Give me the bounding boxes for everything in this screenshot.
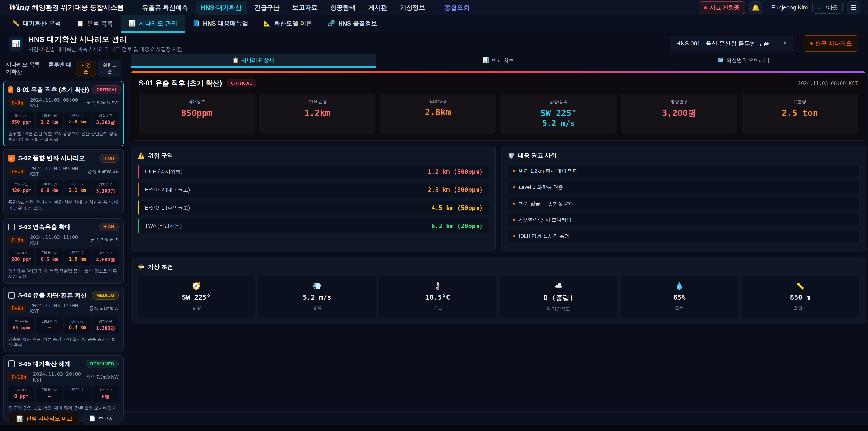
gradient-accent-bar — [131, 71, 866, 73]
sub-nav: ✏️ 대기확산 분석 📋 분석 목록 📊 시나리오 관리 📘 HNS 대응매뉴얼… — [0, 16, 868, 33]
nav-aerial[interactable]: 항공탐색 — [325, 1, 361, 15]
incident-select[interactable]: HNS-001 · 울산 온산항 톨루엔 누출 ▼ — [670, 36, 794, 51]
mini-stat: ERPG-20.4 km — [64, 317, 91, 334]
incident-status-badge: 사고 진행중 — [699, 1, 745, 14]
weather-humidity: 💧 65% 습도 — [621, 276, 738, 317]
compare-scenarios-button[interactable]: 📊 선택 시나리오 비교 — [9, 412, 79, 425]
mini-stat: 영향인구4,800명 — [92, 249, 119, 265]
recommendation-item: 해양확산 동시 모니터링 — [508, 213, 859, 226]
nav-rescue[interactable]: 긴급구난 — [249, 1, 285, 15]
shield-icon: 🛡️ — [508, 152, 515, 159]
subtab-list[interactable]: 📋 분석 목록 — [69, 16, 121, 33]
subtab-scenario[interactable]: 📊 시나리오 관리 — [121, 16, 185, 33]
nav-hns[interactable]: HNS·대기확산 — [195, 1, 247, 15]
recommendation-item: IDLH 경계 실시간 측정 — [508, 229, 859, 243]
mini-stat: IDLH반경0.8 km — [36, 180, 62, 196]
main-area: 📋 시나리오 상세 📊 비교 차트 🗺️ 확산범위 오버레이 S-01 유출 직… — [127, 54, 868, 411]
scenario-card-s01[interactable]: ✓ S-01 유출 직후 (초기 확산) CRITICAL T+0h 2024.… — [3, 81, 124, 147]
scenario-description: 유출원 차단 완료. 잔류 증기 자연 확산중. 풍속 증가로 희석 촉진. — [8, 337, 119, 348]
top-right: 사고 진행중 🔔 Eunjeong Kim 로그아웃 — [699, 1, 860, 14]
detail-stat-max-concentration: 최대농도 850ppm — [138, 94, 255, 133]
scenario-detail-panel: S-01 유출 직후 (초기 확산) CRITICAL 2024.11.03 0… — [131, 71, 866, 141]
book-icon: 📘 — [193, 20, 200, 27]
scenario-datetime: 2024.11.03 11:00 KST — [30, 235, 87, 246]
scenario-datetime: 2024.11.03 20:00 KST — [33, 371, 82, 382]
main-tabs: 📋 시나리오 상세 📊 비교 차트 🗺️ 확산범위 오버레이 — [131, 54, 866, 68]
chevron-down-icon: ▼ — [783, 41, 787, 46]
sort-by-time-button[interactable]: 시간순 — [76, 60, 96, 77]
checkbox-checked[interactable]: ✓ — [8, 155, 15, 162]
scenario-card-s05[interactable]: S-05 대기확산 해제 RESOLVED T+12h 2024.11.03 2… — [3, 355, 124, 421]
time-offset-badge: T+12h — [8, 373, 29, 381]
pencil-icon: ✏️ — [12, 20, 20, 27]
scenario-sidebar: 시나리오 목록 — 톨루엔 대기확산 시간순 위험도순 ✓ S-01 유출 직후… — [0, 54, 127, 411]
notification-button[interactable]: 🔔 — [749, 1, 762, 14]
scenario-wind: 풍속 3.5m/s S — [91, 237, 119, 243]
scenario-card-s04[interactable]: S-04 유출 차단·잔류 확산 MEDIUM T+6h 2024.11.03 … — [3, 286, 124, 352]
nav-spill[interactable]: 유출유 확산예측 — [137, 1, 194, 15]
bottom-strip — [0, 425, 868, 431]
compass-icon: 🧭 — [140, 282, 253, 290]
scenario-title: S-03 연속유출 확대 — [18, 223, 96, 231]
bullet-icon — [513, 219, 515, 221]
scenario-card-s03[interactable]: S-03 연속유출 확대 HIGH T+3h 2024.11.03 11:00 … — [3, 218, 124, 284]
scenario-wind: 풍속 5.2m/s SW — [86, 100, 119, 106]
clipboard-icon: 📋 — [76, 20, 84, 27]
subtab-theory[interactable]: 📐 확산모델 이론 — [256, 16, 320, 33]
scenario-wind: 풍속 7.3m/s NW — [86, 374, 119, 380]
report-button[interactable]: 📄 보고서 — [83, 412, 120, 425]
thermometer-icon: 🌡️ — [381, 282, 495, 290]
new-scenario-button[interactable]: + 신규 시나리오 — [803, 35, 859, 52]
detail-stat-idlh-radius: IDLH 반경 1.2km — [259, 94, 375, 133]
app-title: 해양환경 위기대응 통합시스템 — [32, 3, 124, 12]
scenario-card-s02[interactable]: ✓ S-02 풍향 변화 시나리오 HIGH T+1h 2024.11.03 0… — [3, 149, 124, 215]
nav-reports[interactable]: 보고자료 — [287, 1, 323, 15]
severity-badge: MEDIUM — [92, 291, 119, 300]
recommendation-item: 반경 1.2km 즉시 대피 명령 — [508, 164, 859, 178]
detail-stat-erpg2: ERPG-2 2.8km — [380, 94, 496, 133]
zone-row-idlh: IDLH (즉시위험) 1.2 km (500ppm) — [138, 164, 489, 179]
nav-weather[interactable]: 기상정보 — [395, 1, 431, 15]
logout-button[interactable]: 로그아웃 — [812, 2, 843, 13]
severity-badge: RESOLVED — [86, 360, 119, 368]
recommendations-panel: 🛡️ 대응 권고 사항 반경 1.2km 즉시 대피 명령 Level B 화학… — [501, 146, 866, 252]
checkbox-unchecked[interactable] — [8, 223, 15, 230]
menu-button[interactable] — [847, 1, 860, 14]
subtab-substance[interactable]: 🧬 HNS 물질정보 — [320, 16, 385, 33]
checkbox-checked[interactable]: ✓ — [8, 86, 13, 93]
sun-cloud-icon: 🌤️ — [138, 264, 145, 270]
subtab-manual[interactable]: 📘 HNS 대응매뉴얼 — [185, 16, 256, 33]
weather-title: 기상 조건 — [148, 263, 173, 271]
mini-stat: ERPG-22.8 km — [64, 112, 91, 128]
bullet-icon — [513, 235, 515, 237]
top-bar: Wing 해양환경 위기대응 통합시스템 유출유 확산예측 HNS·대기확산 긴… — [0, 0, 868, 16]
user-name: Eunjeong Kim — [771, 4, 808, 11]
nav-integrated[interactable]: 통합조회 — [439, 1, 475, 15]
mini-stat: 영향인구5,100명 — [92, 180, 119, 196]
mini-stat: 영향인구0명 — [92, 386, 119, 402]
cloud-icon: ☁️ — [502, 282, 615, 290]
time-offset-badge: T+3h — [8, 236, 26, 244]
warning-icon: ⚠️ — [138, 152, 145, 159]
tab-scenario-detail[interactable]: 📋 시나리오 상세 — [131, 54, 376, 68]
tab-dispersion-overlay[interactable]: 🗺️ 확산범위 오버레이 — [621, 54, 866, 68]
mini-stat: 최대농도420 ppm — [8, 180, 34, 196]
mini-stat: IDLH반경— — [36, 386, 62, 402]
danger-zones-title: 위험 구역 — [148, 152, 173, 160]
tab-compare-chart[interactable]: 📊 비교 차트 — [376, 54, 621, 68]
scenario-description: 풍향 SE 전환. 주거지역 방향 확산 확대. 영향인구 증가. 대피 범위 … — [8, 199, 119, 211]
checkbox-unchecked[interactable] — [8, 361, 15, 367]
divider — [130, 4, 130, 12]
sort-by-risk-button[interactable]: 위험도순 — [98, 60, 121, 77]
danger-zones-panel: ⚠️ 위험 구역 IDLH (즉시위험) 1.2 km (500ppm) ERP… — [131, 146, 496, 252]
detail-stat-wind: 풍향/풍속 SW 225° 5.2 m/s — [500, 94, 617, 133]
scenario-title: S-02 풍향 변화 시나리오 — [18, 154, 96, 162]
mini-stat: 영향인구3,200명 — [92, 112, 119, 128]
wind-icon: 💨 — [260, 282, 374, 290]
nav-board[interactable]: 게시판 — [363, 1, 393, 15]
subtab-analysis[interactable]: ✏️ 대기확산 분석 — [4, 16, 69, 33]
checkbox-unchecked[interactable] — [8, 292, 15, 299]
zone-row-erpg1: ERPG-1 (주의권고) 4.5 km (50ppm) — [138, 201, 489, 215]
mini-stat: IDLH반경1.2 km — [36, 112, 62, 128]
severity-badge: HIGH — [99, 223, 119, 231]
